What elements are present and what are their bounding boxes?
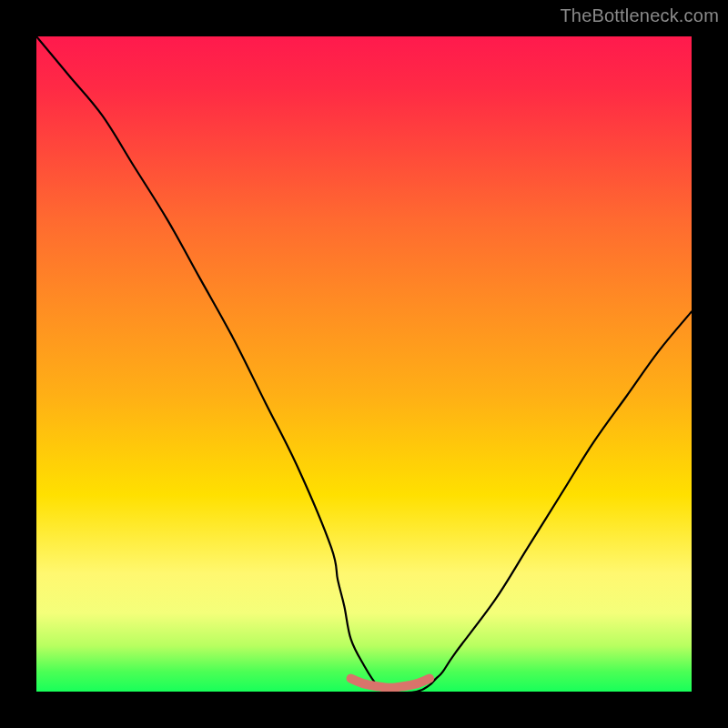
plot-area (36, 36, 692, 692)
chart-frame: TheBottleneck.com (0, 0, 728, 728)
watermark-text: TheBottleneck.com (560, 5, 719, 26)
curve-layer (36, 36, 692, 692)
target-band (351, 679, 430, 688)
bottleneck-curve (36, 36, 692, 692)
